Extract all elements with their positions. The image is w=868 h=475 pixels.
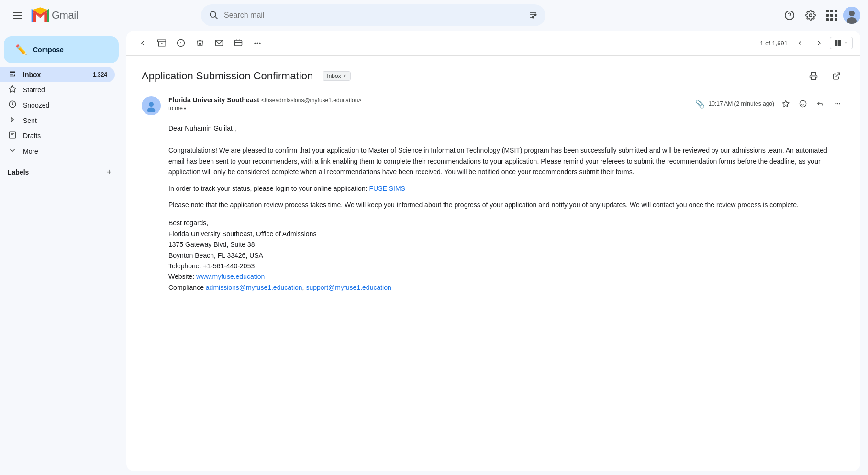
main-layout: ✏️ Compose Inbox 1,324 Starred Snoozed xyxy=(0,31,868,475)
open-in-new-button[interactable] xyxy=(828,67,845,85)
email-signature: Best regards, Florida University Southea… xyxy=(168,218,845,293)
sender-avatar xyxy=(142,96,161,115)
labels-add-button[interactable]: + xyxy=(103,166,115,178)
svg-rect-32 xyxy=(812,77,816,80)
svg-point-0 xyxy=(210,11,216,17)
search-filter-icon[interactable] xyxy=(528,10,538,21)
topbar: Gmail xyxy=(0,0,868,31)
svg-point-38 xyxy=(800,100,806,107)
help-button[interactable] xyxy=(780,6,799,25)
print-button[interactable] xyxy=(805,67,822,85)
inbox-tag-close[interactable]: × xyxy=(343,73,346,79)
search-input[interactable] xyxy=(224,11,524,20)
email-greeting: Dear Nuhamin Gulilat , xyxy=(168,123,845,133)
sig-line2: 1375 Gateway Blvd, Suite 38 xyxy=(168,239,845,250)
to-me-label: to me xyxy=(168,105,183,111)
to-me-row[interactable]: to me ▾ xyxy=(168,105,688,111)
reply-button[interactable] xyxy=(812,96,828,111)
sig-support-link[interactable]: support@myfuse1.education xyxy=(306,284,391,291)
next-email-button[interactable] xyxy=(811,34,828,52)
send-icon xyxy=(8,115,17,126)
sidebar-item-snoozed[interactable]: Snoozed xyxy=(0,98,115,113)
sidebar-item-starred[interactable]: Starred xyxy=(0,82,115,98)
star-icon xyxy=(8,85,17,95)
email-time-section: 📎 10:17 AM (2 minutes ago) xyxy=(695,96,845,111)
sender-email: <fuseadmissions@myfuse1.education> xyxy=(261,97,362,104)
more-options-button[interactable] xyxy=(249,34,266,52)
starred-label: Starred xyxy=(23,86,107,94)
svg-point-35 xyxy=(149,102,154,107)
sig-line6: Compliance admissions@myfuse1.education,… xyxy=(168,282,845,293)
sig-line5: Website: www.myfuse.education xyxy=(168,271,845,282)
attach-icon: 📎 xyxy=(695,99,705,109)
sig-line4: Telephone: +1-561-440-2053 xyxy=(168,261,845,271)
email-body-para1: Congratulations! We are pleased to confi… xyxy=(168,145,845,177)
draft-icon xyxy=(8,131,17,141)
svg-point-41 xyxy=(835,103,836,105)
topbar-right xyxy=(780,6,860,25)
account-avatar[interactable] xyxy=(843,7,860,24)
email-thread: Application Submission Confirmation Inbo… xyxy=(126,56,860,471)
email-time: 10:17 AM (2 minutes ago) xyxy=(709,100,774,107)
report-spam-button[interactable] xyxy=(172,34,189,52)
emoji-button[interactable] xyxy=(795,96,811,111)
labels-section: Labels + xyxy=(0,163,122,182)
apps-grid-icon xyxy=(826,10,837,21)
sig-line1: Florida University Southeast, Office of … xyxy=(168,229,845,239)
inbox-tag-label: Inbox xyxy=(327,73,341,79)
search-icon xyxy=(209,10,218,21)
sidebar: ✏️ Compose Inbox 1,324 Starred Snoozed xyxy=(0,31,122,475)
svg-rect-25 xyxy=(235,40,242,46)
snooze-button[interactable] xyxy=(230,34,247,52)
labels-title: Labels xyxy=(8,168,103,176)
more-email-options-button[interactable] xyxy=(830,96,845,111)
star-email-button[interactable] xyxy=(778,96,793,111)
svg-rect-30 xyxy=(835,40,837,46)
sig-website-prefix: Website: xyxy=(168,273,196,280)
more-label: More xyxy=(23,147,107,155)
nav-arrows xyxy=(791,34,828,52)
sig-best-regards: Best regards, xyxy=(168,218,845,228)
sidebar-item-inbox[interactable]: Inbox 1,324 xyxy=(0,67,115,82)
split-view-button[interactable] xyxy=(830,37,853,49)
search-bar xyxy=(201,4,545,26)
email-header: Florida University Southeast <fuseadmiss… xyxy=(142,96,845,115)
sidebar-item-sent[interactable]: Sent xyxy=(0,113,115,128)
inbox-label: Inbox xyxy=(23,71,87,78)
email-body-track: In order to track your status, please lo… xyxy=(168,183,845,194)
sig-line3: Boynton Beach, FL 33426, USA xyxy=(168,250,845,261)
email-track-text: In order to track your status, please lo… xyxy=(168,185,369,192)
svg-line-1 xyxy=(215,16,218,19)
svg-line-33 xyxy=(836,73,840,77)
sender-name: Florida University Southeast xyxy=(168,96,259,104)
svg-point-42 xyxy=(837,103,838,105)
svg-point-28 xyxy=(257,43,258,44)
sig-admissions-link[interactable]: admissions@myfuse1.education xyxy=(206,284,302,291)
settings-button[interactable] xyxy=(801,6,820,25)
inbox-count: 1,324 xyxy=(93,71,107,78)
hamburger-button[interactable] xyxy=(8,6,27,25)
sidebar-item-more[interactable]: More xyxy=(0,144,115,159)
sidebar-item-drafts[interactable]: Drafts xyxy=(0,128,115,144)
snoozed-label: Snoozed xyxy=(23,101,107,109)
svg-marker-15 xyxy=(11,118,14,122)
fuse-sims-link[interactable]: FUSE SIMS xyxy=(369,185,405,192)
delete-button[interactable] xyxy=(191,34,209,52)
inbox-tag: Inbox × xyxy=(323,71,350,81)
svg-point-11 xyxy=(849,11,855,16)
svg-point-27 xyxy=(254,43,256,44)
email-actions xyxy=(778,96,845,111)
apps-button[interactable] xyxy=(822,6,841,25)
sent-label: Sent xyxy=(23,117,107,124)
svg-point-6 xyxy=(532,16,534,18)
back-button[interactable] xyxy=(134,34,151,52)
svg-point-9 xyxy=(809,14,812,17)
mark-unread-button[interactable] xyxy=(211,34,228,52)
sig-website-link[interactable]: www.myfuse.education xyxy=(196,273,265,280)
archive-button[interactable] xyxy=(153,34,170,52)
hamburger-icon xyxy=(9,8,25,22)
compose-button[interactable]: ✏️ Compose xyxy=(4,36,119,63)
drafts-label: Drafts xyxy=(23,132,107,140)
prev-email-button[interactable] xyxy=(791,34,809,52)
email-subject-row: Application Submission Confirmation Inbo… xyxy=(142,67,845,85)
